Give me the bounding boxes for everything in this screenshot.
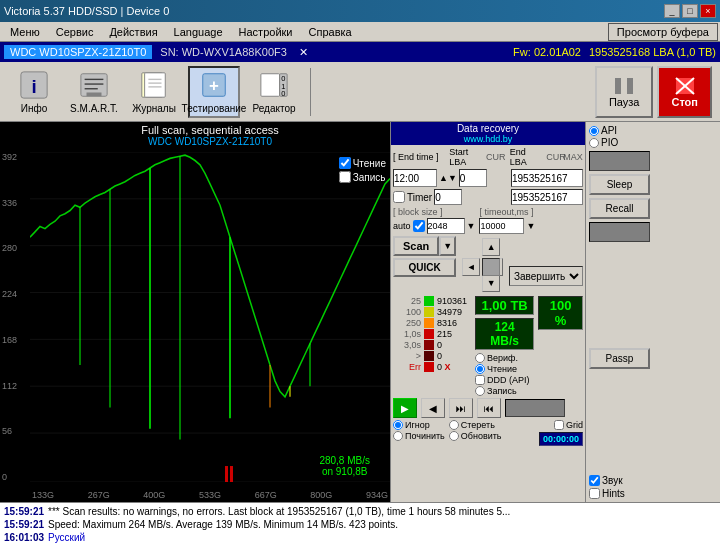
repair-radio[interactable] <box>393 431 403 441</box>
verif-label: Вериф. <box>487 353 518 363</box>
journals-button[interactable]: Журналы <box>128 66 180 118</box>
skip-back-button[interactable]: ⏮ <box>477 398 501 418</box>
graph-on-label: on 910,8B <box>319 466 370 477</box>
quick-button[interactable]: QUICK <box>393 258 456 277</box>
pause-button[interactable]: Пауза <box>595 66 654 118</box>
menu-help[interactable]: Справка <box>301 24 360 40</box>
graph-y-392: 392 <box>2 152 28 162</box>
start-lba-input[interactable] <box>459 169 487 187</box>
menu-service[interactable]: Сервис <box>48 24 102 40</box>
ignore-radio[interactable] <box>393 420 403 430</box>
x-label-133g: 133G <box>32 490 54 500</box>
erase-radio[interactable] <box>449 420 459 430</box>
title-bar-text: Victoria 5.37 HDD/SSD | Device 0 <box>4 5 169 17</box>
menu-actions[interactable]: Действия <box>101 24 165 40</box>
menu-menu[interactable]: Меню <box>2 24 48 40</box>
mbps-display: 124 MB/s <box>475 318 534 350</box>
update-radio[interactable] <box>449 431 459 441</box>
scan-dropdown-arrow[interactable]: ▼ <box>439 236 456 256</box>
nav-up-button[interactable]: ▲ <box>482 238 500 256</box>
api-pio-panel: API PIO <box>589 125 650 148</box>
nav-left-button[interactable]: ◄ <box>462 258 480 276</box>
write-radio[interactable] <box>475 386 485 396</box>
timeout-input[interactable] <box>479 218 524 234</box>
info-button[interactable]: i Инфо <box>8 66 60 118</box>
pio-radio[interactable] <box>589 138 599 148</box>
drive-tab[interactable]: WDC WD10SPZX-21Z10T0 <box>4 45 152 59</box>
back-button[interactable]: ◀ <box>421 398 445 418</box>
drive-close-icon[interactable]: ✕ <box>299 46 308 59</box>
graph-y-112: 112 <box>2 381 28 391</box>
api-radio[interactable] <box>589 126 599 136</box>
lba-threshold-250: 250 <box>393 318 421 328</box>
grid-checkbox[interactable] <box>554 420 564 430</box>
timer-checkbox[interactable] <box>393 191 405 203</box>
read-label: Чтение <box>353 158 386 169</box>
lba-threshold-err: Err <box>393 362 421 372</box>
info-icon: i <box>18 69 50 101</box>
lba-count-3s: 0 <box>437 340 442 350</box>
end-lba-input[interactable] <box>511 169 583 187</box>
progress-gray-bar <box>505 399 565 417</box>
end-lba-cur-input[interactable] <box>511 189 583 205</box>
sleep-button[interactable]: Sleep <box>589 174 650 195</box>
passp-button[interactable]: Passp <box>589 348 650 369</box>
testing-button[interactable]: + Тестирование <box>188 66 240 118</box>
play-button[interactable]: ▶ <box>393 398 417 418</box>
timer-label: Timer <box>407 192 432 203</box>
status-text-2: Speed: Maximum 264 MB/s. Average 139 MB/… <box>48 519 398 530</box>
nav-down-button[interactable]: ▼ <box>482 274 500 292</box>
editor-label: Редактор <box>252 103 295 114</box>
maximize-button[interactable]: □ <box>682 4 698 18</box>
block-auto-label: auto <box>393 221 411 231</box>
svg-text:0: 0 <box>281 89 285 98</box>
tb-display: 1,00 TB <box>475 296 534 315</box>
skip-forward-button[interactable]: ⏭ <box>449 398 473 418</box>
sound-checkbox[interactable] <box>589 475 600 486</box>
graph-y-336: 336 <box>2 198 28 208</box>
menu-language[interactable]: Language <box>166 24 231 40</box>
timeout-label: [ timeout,ms ] <box>479 207 535 217</box>
svg-rect-14 <box>261 74 280 97</box>
editor-button[interactable]: 0 1 0 Редактор <box>248 66 300 118</box>
scan-diamond-panel: Scan ▼ QUICK ▲ ▼ ◄ ► Завершить <box>391 236 585 294</box>
ddd-checkbox[interactable] <box>475 375 485 385</box>
minimize-button[interactable]: _ <box>664 4 680 18</box>
erase-row: Стереть <box>449 420 502 430</box>
stats-panel: 1,00 TB 124 MB/s Вериф. Чтение DDD <box>475 296 534 396</box>
close-button[interactable]: × <box>700 4 716 18</box>
x-label-267g: 267G <box>88 490 110 500</box>
x-label-400g: 400G <box>143 490 165 500</box>
lba-threshold-100: 100 <box>393 307 421 317</box>
recall-button[interactable]: Recall <box>589 198 650 219</box>
menu-buffer[interactable]: Просмотр буфера <box>608 23 718 41</box>
lba-color-gt <box>424 351 434 361</box>
read-radio[interactable] <box>475 364 485 374</box>
drive-fw: Fw: 02.01A02 <box>513 46 581 58</box>
timer-row: Timer <box>391 189 585 205</box>
finish-dropdown[interactable]: Завершить <box>509 266 583 286</box>
hints-checkbox[interactable] <box>589 488 600 499</box>
interface-gray-bar <box>589 151 650 171</box>
timer-input[interactable] <box>434 189 462 205</box>
smart-button[interactable]: S.M.A.R.T. <box>68 66 120 118</box>
lba-threshold-3s: 3,0s <box>393 340 421 350</box>
graph-speed-value: 280,8 MB/s <box>319 455 370 466</box>
menu-settings[interactable]: Настройки <box>231 24 301 40</box>
erase-label: Стереть <box>461 420 495 430</box>
verif-radio[interactable] <box>475 353 485 363</box>
read-checkbox[interactable] <box>339 157 351 169</box>
lba-color-25 <box>424 296 434 306</box>
block-auto-checkbox[interactable] <box>413 220 425 232</box>
scan-button-group: Scan ▼ <box>393 236 456 256</box>
grid-row: Grid <box>554 420 583 430</box>
end-time-input[interactable] <box>393 169 437 187</box>
scan-button[interactable]: Scan <box>393 236 439 256</box>
block-size-input[interactable] <box>427 218 465 234</box>
right-sidebar: API PIO Sleep Recall Passp Звук Hints <box>585 122 653 502</box>
stop-button[interactable]: Стоп <box>657 66 712 118</box>
pio-row: PIO <box>589 137 650 148</box>
svg-text:i: i <box>31 76 36 97</box>
write-checkbox[interactable] <box>339 171 351 183</box>
lba-row-250: 250 8316 <box>393 318 467 328</box>
